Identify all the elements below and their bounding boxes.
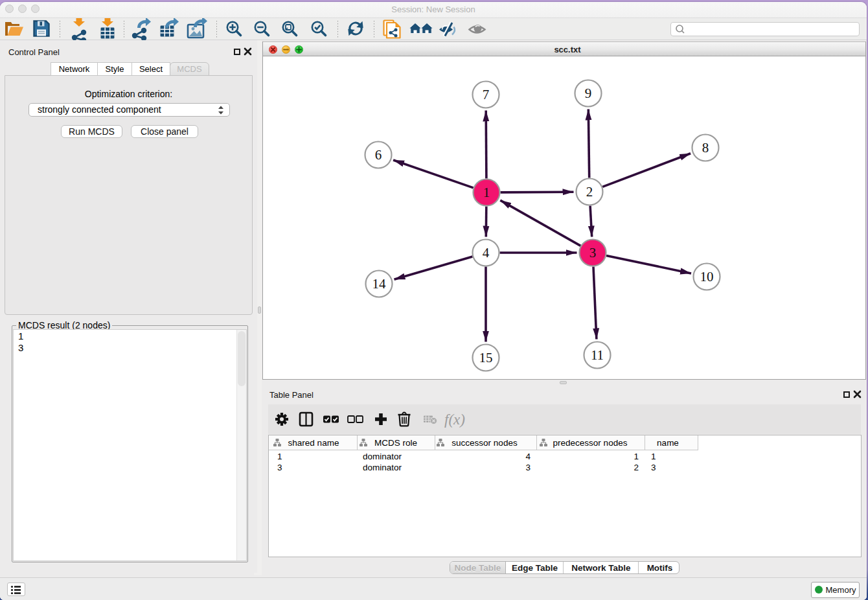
svg-text:successor nodes: successor nodes [451, 438, 518, 448]
svg-text:8: 8 [702, 140, 709, 156]
svg-text:15: 15 [479, 350, 493, 365]
svg-text:14: 14 [372, 276, 387, 292]
svg-text:name: name [657, 438, 679, 448]
svg-text:6: 6 [375, 147, 382, 163]
svg-text:2: 2 [586, 184, 593, 200]
svg-text:MCDS role: MCDS role [374, 438, 417, 448]
svg-text:7: 7 [483, 87, 490, 102]
svg-text:10: 10 [700, 269, 714, 284]
svg-text:9: 9 [585, 86, 592, 101]
svg-text:f(x): f(x) [444, 411, 465, 428]
svg-text:shared name: shared name [288, 438, 339, 448]
svg-text:3: 3 [589, 245, 597, 260]
svg-text:4: 4 [483, 245, 490, 260]
svg-text:predecessor nodes: predecessor nodes [553, 438, 628, 448]
svg-text:11: 11 [591, 347, 604, 363]
svg-text:1: 1 [483, 185, 490, 200]
